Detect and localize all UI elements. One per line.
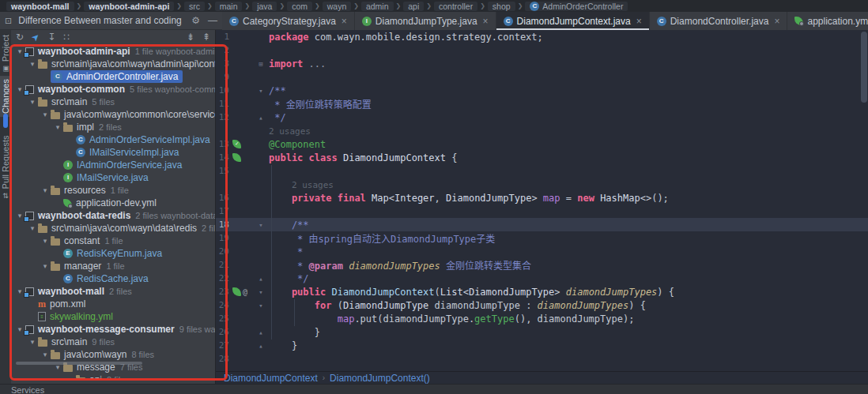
autowired-icon[interactable]: @ [243, 287, 247, 296]
breadcrumb-item[interactable]: CAdminOrderController [525, 2, 628, 11]
code-line[interactable]: 11 * 金刚位跳转策略配置 [216, 97, 868, 111]
expand-chevron-icon[interactable]: ▾ [40, 111, 51, 118]
breadcrumb-item[interactable]: api [403, 2, 424, 11]
code-line[interactable]: 20 * [216, 245, 868, 258]
pin-icon[interactable]: ➤ [29, 31, 42, 43]
expand-chevron-icon[interactable]: ▾ [40, 186, 51, 194]
code-line[interactable]: 1package com.wayn.mobile.design.strategy… [216, 30, 868, 43]
code-line[interactable]: 26▴ } [216, 325, 868, 339]
refresh-icon[interactable]: ↻ [16, 32, 24, 42]
code-line[interactable]: 13@Component [216, 137, 868, 151]
expand-chevron-icon[interactable]: ▾ [27, 60, 38, 68]
code-line[interactable]: 18▾ /** [216, 218, 868, 231]
usages-inlay[interactable]: 2 usages [292, 180, 334, 190]
tool-window-icon[interactable]: ⊡ [5, 16, 12, 26]
breadcrumb-item[interactable]: DiamondJumpContext() [330, 373, 430, 384]
expand-chevron-icon[interactable]: ▾ [27, 98, 38, 106]
fold-marker-icon[interactable]: ▾ [255, 302, 267, 310]
breadcrumb-item[interactable]: controller [434, 2, 477, 11]
tab-close-icon[interactable]: × [483, 16, 489, 27]
expand-chevron-icon[interactable]: ▾ [65, 376, 76, 381]
breadcrumb-item[interactable]: DiamondJumpContext [224, 373, 318, 384]
fold-marker-icon[interactable]: ⊞ [255, 60, 267, 68]
expand-chevron-icon[interactable]: ▾ [52, 123, 63, 131]
tree-row[interactable]: CAdminOrderController.java [11, 70, 215, 83]
code-line[interactable]: 2 [216, 43, 868, 57]
code-line[interactable]: 25 map.put(diamondJumpType.getType(), di… [216, 312, 868, 325]
code-line[interactable]: 24▾ for (DiamondJumpType diamondJumpType… [216, 298, 868, 312]
code-line[interactable]: 19 * 由spring自动注入DiamondJumpType子类 [216, 231, 868, 245]
editor-tab[interactable]: CDiamondController.java× [650, 12, 788, 30]
tree-row[interactable]: IIMailService.java [11, 171, 215, 184]
tree-row[interactable]: ▾src\main9 files [11, 336, 215, 348]
tree-row[interactable]: ▾src\main5 files [11, 96, 215, 108]
code-line[interactable]: 17 [216, 205, 868, 218]
tree-row[interactable]: ▾impl2 files [11, 121, 215, 133]
usages-inlay[interactable]: 2 usages [269, 126, 311, 137]
tree-row[interactable]: ▾constant1 file [11, 235, 215, 247]
tab-close-icon[interactable]: × [774, 16, 779, 27]
breadcrumb-item[interactable]: waynboot-admin-api [84, 2, 174, 11]
expand-chevron-icon[interactable]: ▾ [27, 338, 38, 346]
leaf-icon[interactable] [232, 287, 241, 296]
code-line[interactable]: 23@▾ public DiamondJumpContext(List<Diam… [216, 285, 868, 298]
tree-row[interactable]: ▾src\main\java\com\wayn\admin\api\contro… [11, 58, 215, 70]
tree-row[interactable]: ▾waynboot-data-redis2 files waynboot-dat… [11, 209, 215, 222]
tree-row[interactable]: ▾resources1 file [11, 184, 215, 197]
expand-chevron-icon[interactable]: ▾ [40, 262, 51, 270]
tree-row[interactable]: ▾waynboot-message-consumer9 files waynbo… [11, 323, 215, 336]
tree-row[interactable]: ▾java\com\wayn\common\core\service\shop [11, 108, 215, 121]
code-line[interactable]: 12▴ */ [216, 111, 868, 124]
services-tab[interactable]: Services [11, 385, 44, 394]
tree-row[interactable]: IIAdminOrderService.java [11, 159, 215, 171]
fold-marker-icon[interactable]: ▾ [255, 221, 267, 229]
fold-marker-icon[interactable]: ▴ [255, 114, 267, 122]
expand-chevron-icon[interactable]: ▾ [40, 237, 51, 245]
tab-close-icon[interactable]: × [342, 16, 347, 27]
code-line[interactable]: 22▴ */ [216, 272, 868, 285]
collapse-all-icon[interactable]: ⇞ [202, 32, 210, 42]
hide-tool-window-icon[interactable]: — [208, 15, 217, 26]
breadcrumb-item[interactable]: waynboot-mall [6, 2, 74, 11]
tree-row[interactable]: ▾waynboot-mall2 files [11, 285, 215, 298]
tree-row[interactable]: mpom.xml [11, 298, 215, 310]
breadcrumb-item[interactable]: wayn [323, 2, 352, 11]
tree-row[interactable]: ERedisKeyEnum.java [11, 247, 215, 260]
editor-tab[interactable]: CCategoryStrategy.java× [222, 12, 355, 30]
fold-marker-icon[interactable]: ▾ [255, 288, 267, 296]
stripe-tab-pull-requests[interactable]: ⇅Pull Requests [0, 133, 11, 201]
tree-row[interactable]: application-dev.yml [11, 197, 215, 209]
code-line[interactable]: 2 usages [216, 124, 868, 137]
editor-tab[interactable]: IDiamondJumpType.java× [355, 12, 496, 30]
code-editor[interactable]: 1package com.wayn.mobile.design.strategy… [216, 30, 868, 371]
code-line[interactable]: 2 usages [216, 178, 868, 191]
editor-tab[interactable]: application.yml× [787, 12, 868, 30]
breadcrumb-item[interactable]: admin [361, 2, 394, 11]
tree-row[interactable]: ▾java\com\wayn8 files [11, 348, 215, 361]
spring-bean-icon[interactable] [232, 153, 241, 162]
tree-row[interactable]: ≡skywalking.yml [11, 310, 215, 323]
tab-close-icon[interactable]: × [636, 16, 642, 27]
code-line[interactable]: 3⊞import ... [216, 57, 868, 70]
fold-marker-icon[interactable]: ▴ [255, 275, 267, 283]
tree-row[interactable]: CRedisCache.java [11, 272, 215, 285]
expand-all-icon[interactable]: ⇟ [187, 32, 194, 42]
tree-row[interactable]: ▾waynboot-admin-api1 file waynboot-admin… [11, 45, 215, 58]
code-line[interactable]: 15 [216, 164, 868, 178]
tree-row[interactable]: ▾api2 files [11, 373, 215, 381]
tree-row[interactable]: ▾manager1 file [11, 260, 215, 272]
editor-scrollbar[interactable] [861, 32, 867, 103]
tree-row[interactable]: CAdminOrderServiceImpl.java [11, 133, 215, 146]
tree-row[interactable]: CIMailServiceImpl.java [11, 146, 215, 159]
horizontal-scrollbar[interactable] [16, 362, 142, 365]
code-line[interactable]: 28 [216, 352, 868, 366]
code-line[interactable]: 14public class DiamondJumpContext { [216, 151, 868, 164]
breadcrumb-item[interactable]: main [215, 2, 243, 11]
download-icon[interactable]: ↧ [47, 32, 55, 42]
gear-icon[interactable]: ⚙ [191, 15, 200, 26]
fold-marker-icon[interactable]: ▴ [255, 342, 267, 350]
breadcrumb-item[interactable]: src [184, 2, 205, 11]
code-line[interactable]: 10▾/** [216, 84, 868, 97]
stripe-tab-project[interactable]: ▣Project [0, 32, 11, 76]
expand-chevron-icon[interactable]: ▾ [40, 351, 51, 358]
